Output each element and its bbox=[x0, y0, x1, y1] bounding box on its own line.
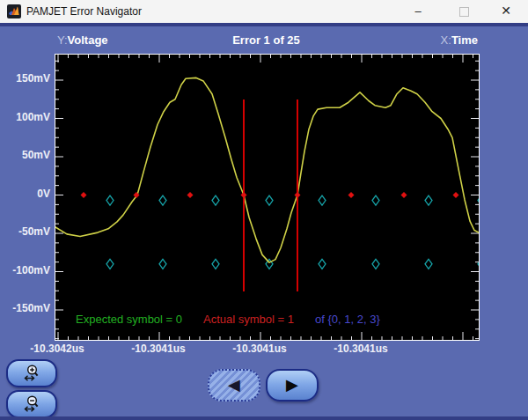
y-tick-label: 0V bbox=[0, 188, 50, 200]
magnifier-plus-icon bbox=[21, 364, 42, 383]
plot-area[interactable]: Expected symbol = 0 Actual symbol = 1 of… bbox=[55, 54, 480, 341]
x-tick-label: -10.3041us bbox=[116, 343, 201, 355]
close-button[interactable]: ✕ bbox=[493, 0, 519, 23]
magnifier-minus-icon bbox=[21, 394, 42, 414]
zoom-out-x-button[interactable] bbox=[6, 390, 57, 418]
x-axis-prefix: X: bbox=[441, 33, 451, 47]
titlebar: PAMJET Error Navigator – ✕ bbox=[0, 0, 528, 23]
window-title: PAMJET Error Navigator bbox=[26, 5, 142, 18]
minimize-button[interactable]: – bbox=[405, 0, 431, 23]
x-tick-label: -10.3042us bbox=[15, 343, 99, 355]
actual-symbol-label: Actual symbol = 1 bbox=[203, 313, 294, 326]
y-tick-label: 100mV bbox=[0, 111, 50, 123]
expected-symbol-label: Expected symbol = 0 bbox=[76, 313, 182, 326]
titlebar-separator bbox=[0, 23, 528, 26]
left-triangle-icon: ◀ bbox=[228, 377, 240, 393]
matlab-app-icon bbox=[7, 4, 21, 18]
waveform-svg: Expected symbol = 0 Actual symbol = 1 of… bbox=[55, 55, 479, 340]
right-triangle-icon: ▶ bbox=[286, 377, 298, 393]
zoom-in-x-button[interactable] bbox=[6, 359, 57, 387]
y-tick-label: -100mV bbox=[0, 264, 50, 276]
y-tick-label: 150mV bbox=[0, 72, 50, 85]
prev-error-button[interactable]: ◀ bbox=[208, 369, 260, 402]
x-axis-header: X:Time bbox=[55, 33, 478, 47]
x-tick-label: -10.3041us bbox=[217, 343, 302, 355]
maximize-button[interactable] bbox=[451, 0, 477, 23]
y-tick-label: -150mV bbox=[0, 302, 50, 314]
window-bottom-edge bbox=[0, 416, 528, 420]
x-tick-label: -10.3041us bbox=[319, 343, 403, 355]
symbol-alphabet-label: of {0, 1, 2, 3} bbox=[315, 313, 380, 326]
pamjet-error-navigator-window: PAMJET Error Navigator – ✕ Y:Voltage Err… bbox=[0, 0, 528, 420]
y-tick-label: 50mV bbox=[0, 149, 50, 161]
y-tick-label: -50mV bbox=[0, 225, 50, 238]
maximize-icon bbox=[459, 7, 469, 17]
next-error-button[interactable]: ▶ bbox=[266, 369, 319, 402]
x-axis-name: Time bbox=[451, 33, 478, 47]
